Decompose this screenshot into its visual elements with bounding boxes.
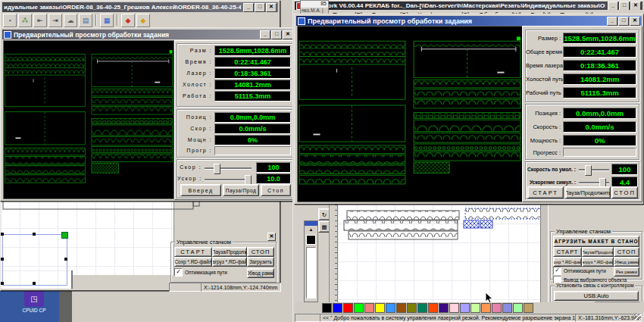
speed-slider-thumb[interactable] xyxy=(214,164,220,174)
minimize-icon[interactable]: _ xyxy=(608,2,618,10)
maximize-icon[interactable]: □ xyxy=(255,3,265,12)
optimize-path-checkbox[interactable]: ✓ xyxy=(553,267,561,275)
palette-swatch[interactable] xyxy=(386,303,395,313)
preview-dialog-left: Предварительный просмотр обработки задан… xyxy=(0,27,297,202)
selection-handle[interactable] xyxy=(1,282,4,285)
optimize-path-checkbox[interactable]: ✓ xyxy=(174,268,183,277)
windowA-titlebar[interactable]: идуальные заказы\ORDER-08_36-40-25_Грешк… xyxy=(2,2,278,12)
stop-button[interactable]: Стоп xyxy=(261,184,291,196)
simulate-icon[interactable]: ◆ xyxy=(121,14,135,27)
accel-slider[interactable] xyxy=(205,179,252,181)
collapse-arrow-icon[interactable]: ▲ xyxy=(305,226,317,233)
close-icon[interactable]: ✕ xyxy=(283,30,293,39)
start-button[interactable]: СТАРТ xyxy=(527,186,564,199)
selection-handle[interactable] xyxy=(33,233,36,236)
palette-swatch[interactable] xyxy=(333,303,342,313)
load-rd-file-button[interactable]: Загруз *.RD-файл xyxy=(582,257,614,267)
start-button[interactable]: СТАРТ xyxy=(174,247,212,257)
cloud-icon[interactable]: ☁ xyxy=(64,14,77,27)
windowC-machine-group: Управление станком = ЗАГРУЗИТЬ МАКЕТ В С… xyxy=(550,231,642,280)
usb-auto-button[interactable]: USB:Auto xyxy=(554,291,639,301)
frame-outline-button[interactable]: Обвод рамки xyxy=(247,268,274,278)
palette-swatch[interactable] xyxy=(470,303,480,313)
maximize-icon[interactable]: □ xyxy=(271,30,282,39)
monitor-icon[interactable]: ▦ xyxy=(100,14,114,27)
panel-close-icon[interactable]: ✕ xyxy=(267,233,276,241)
palette-swatch[interactable] xyxy=(524,303,533,313)
palette-swatch[interactable] xyxy=(513,303,523,313)
palette-swatch[interactable] xyxy=(449,303,459,313)
speed-slider[interactable] xyxy=(205,167,252,170)
live-value: 0.0mm/s xyxy=(214,123,291,134)
close-icon[interactable]: ✕ xyxy=(266,3,277,12)
previewB-canvas[interactable] xyxy=(3,40,174,199)
controller-link-title: Установить связь с контроллером xyxy=(555,283,635,288)
forward-button[interactable]: Вперед xyxy=(180,184,221,196)
windowC-titlebar[interactable]: LaserWork V6.00.44 РЕКЛАБ for.._Dan-[\\D… xyxy=(295,2,642,10)
default-speed-slider[interactable] xyxy=(579,169,609,171)
palette-swatch[interactable] xyxy=(439,303,449,313)
selection-handle-green[interactable] xyxy=(61,232,68,239)
mini-palette-list[interactable] xyxy=(306,247,316,299)
node-edit-icon[interactable]: ⁂ xyxy=(18,14,32,27)
save-rd-file-button[interactable]: Сохр *.RD-файл xyxy=(553,257,582,267)
load-rd-file-button[interactable]: Загруз *.RD-файл xyxy=(212,257,247,267)
palette-swatch[interactable] xyxy=(396,303,406,313)
palette-swatch[interactable] xyxy=(428,303,438,313)
palette-swatch[interactable] xyxy=(322,303,332,313)
selection-handle[interactable] xyxy=(64,258,67,261)
maximize-icon[interactable]: □ xyxy=(619,2,630,10)
stop-button[interactable]: СТОП xyxy=(614,247,639,257)
pause-resume-button[interactable]: Пауза/Прод xyxy=(223,184,259,196)
save-rd-file-button[interactable]: Сохр *.RD-файл xyxy=(174,257,212,267)
live-label: Мощн : xyxy=(177,137,212,142)
desktop-icon-cpuid[interactable]: ◳ CPUID CP xyxy=(18,290,50,320)
frame-outline-button[interactable]: Обвод рамки xyxy=(614,257,639,267)
current-color-swatch[interactable] xyxy=(306,235,316,245)
default-speed-slider-thumb[interactable] xyxy=(585,165,592,176)
close-icon[interactable]: ✕ xyxy=(630,2,641,10)
image-icon[interactable]: ▤ xyxy=(79,14,92,27)
maximize-icon[interactable]: □ xyxy=(618,17,629,26)
palette-swatch[interactable] xyxy=(354,303,364,313)
palette-swatch[interactable] xyxy=(417,303,427,313)
minimize-icon[interactable]: _ xyxy=(260,30,270,39)
windowC-canvas[interactable] xyxy=(337,204,542,304)
palette-swatch[interactable] xyxy=(343,303,353,313)
pause-resume-button[interactable]: Пауза/Продолж xyxy=(582,247,614,257)
download-button[interactable]: Загрузить xyxy=(247,257,274,267)
align-right-icon[interactable]: ⇥ xyxy=(48,14,62,27)
selection-rectangle[interactable] xyxy=(2,234,67,286)
previewD-titlebar[interactable]: Предварительный просмотр обработки задан… xyxy=(296,16,642,26)
speed-value: 100 xyxy=(256,162,291,173)
close-icon[interactable]: ✕ xyxy=(630,17,640,26)
selection-handle[interactable] xyxy=(1,233,4,236)
sim-accel-slider[interactable] xyxy=(579,182,609,184)
minimize-icon[interactable]: _ xyxy=(607,17,617,26)
load-layout-button[interactable]: = ЗАГРУЗИТЬ МАКЕТ В СТАНОК = xyxy=(553,236,639,247)
palette-swatch[interactable] xyxy=(502,303,512,313)
previewD-job-drawing xyxy=(298,27,522,202)
align-left-icon[interactable]: ⇤ xyxy=(33,14,47,27)
palette-swatch[interactable] xyxy=(364,303,374,313)
slider-label: Скор : xyxy=(177,164,202,170)
pause-resume-button[interactable]: Пауза/Продолжить xyxy=(565,186,611,199)
palette-swatch[interactable] xyxy=(375,303,385,313)
previewB-titlebar[interactable]: Предварительный просмотр обработки задан… xyxy=(2,30,295,39)
previewD-canvas[interactable] xyxy=(297,26,523,202)
stop-button[interactable]: СТОП xyxy=(611,186,638,199)
resize-grip[interactable] xyxy=(634,313,642,320)
minimize-icon[interactable]: _ xyxy=(243,3,254,12)
stat-label: Рабочий путь : xyxy=(526,89,561,96)
selection-handle[interactable] xyxy=(1,258,4,261)
stop-button[interactable]: СТОП xyxy=(247,247,274,257)
pause-resume-button[interactable]: Пауза/Продолж xyxy=(212,247,247,257)
selection-handle[interactable] xyxy=(33,282,36,285)
palette-swatch[interactable] xyxy=(460,303,470,313)
previewD-stats-group: Размер : 1528.5mm,1028.6mm Общее время :… xyxy=(525,30,639,102)
output-icon[interactable]: ◆ xyxy=(136,14,150,27)
app-icon xyxy=(4,31,11,39)
palette-swatch[interactable] xyxy=(407,303,417,313)
select-tool-icon[interactable]: ▪ xyxy=(3,14,17,27)
start-button[interactable]: СТАРТ xyxy=(553,247,582,257)
